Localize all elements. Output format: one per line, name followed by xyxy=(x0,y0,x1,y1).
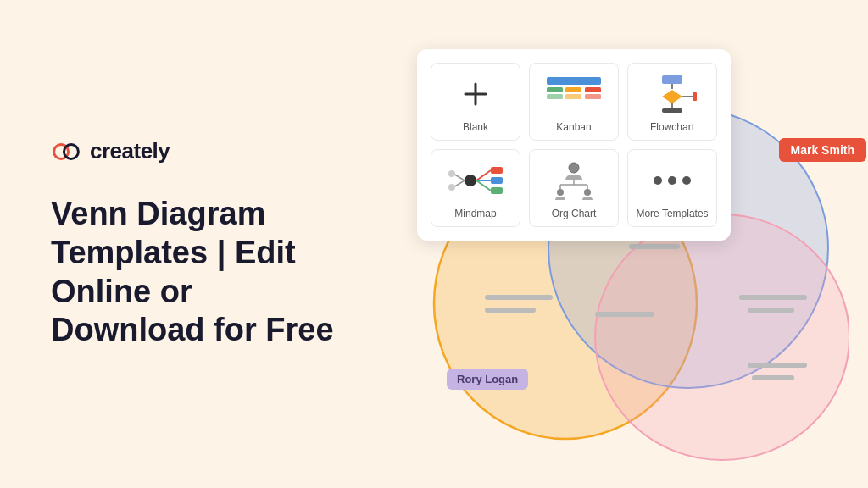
svg-point-41 xyxy=(595,214,849,460)
svg-rect-45 xyxy=(739,295,807,300)
kanban-label: Kanban xyxy=(556,121,591,133)
svg-point-37 xyxy=(668,176,676,185)
svg-rect-11 xyxy=(662,75,682,84)
svg-rect-5 xyxy=(547,87,563,92)
blank-label: Blank xyxy=(463,121,488,133)
flowchart-icon-area xyxy=(643,74,702,114)
more-label: More Templates xyxy=(636,208,708,219)
right-panel: Blank xyxy=(390,0,868,488)
svg-rect-9 xyxy=(585,87,601,92)
svg-rect-10 xyxy=(585,94,601,99)
orgchart-icon xyxy=(547,161,601,200)
more-icon-area xyxy=(643,160,702,201)
svg-line-21 xyxy=(476,180,491,191)
logo: creately xyxy=(51,138,339,164)
more-icon xyxy=(651,172,693,189)
template-panel: Blank xyxy=(417,49,731,241)
template-orgchart[interactable]: Org Chart xyxy=(529,149,619,227)
svg-marker-13 xyxy=(662,90,682,103)
svg-rect-48 xyxy=(752,375,794,380)
svg-point-1 xyxy=(64,144,78,158)
svg-line-26 xyxy=(453,180,465,187)
svg-rect-23 xyxy=(491,177,503,184)
svg-point-28 xyxy=(448,184,455,191)
kanban-icon-area xyxy=(544,74,604,114)
mindmap-label: Mindmap xyxy=(454,208,496,219)
svg-point-18 xyxy=(465,175,476,186)
mindmap-icon-area xyxy=(446,160,505,201)
svg-point-33 xyxy=(557,189,564,196)
template-blank[interactable]: Blank xyxy=(431,63,520,141)
svg-rect-6 xyxy=(547,94,563,99)
rory-logan-badge: Rory Logan xyxy=(447,369,528,390)
logo-icon xyxy=(51,142,81,161)
diagram-container: Blank xyxy=(400,32,858,473)
kanban-icon xyxy=(545,75,603,113)
svg-rect-44 xyxy=(595,312,654,317)
orgchart-label: Org Chart xyxy=(552,208,597,219)
svg-rect-42 xyxy=(485,295,553,300)
blank-icon-area xyxy=(446,74,505,114)
left-panel: creately Venn Diagram Templates | Edit O… xyxy=(0,96,390,391)
svg-rect-17 xyxy=(693,92,697,101)
svg-line-25 xyxy=(453,174,465,180)
svg-rect-7 xyxy=(565,87,581,92)
template-mindmap[interactable]: Mindmap xyxy=(431,149,520,227)
svg-point-35 xyxy=(584,189,591,196)
svg-rect-46 xyxy=(748,308,794,313)
svg-rect-8 xyxy=(565,94,581,99)
svg-rect-24 xyxy=(491,187,503,194)
mindmap-icon xyxy=(447,162,504,199)
svg-point-29 xyxy=(569,163,579,173)
flowchart-icon xyxy=(647,75,698,114)
page-headline: Venn Diagram Templates | Edit Online or … xyxy=(51,195,339,349)
svg-rect-22 xyxy=(491,167,503,174)
svg-line-19 xyxy=(476,170,491,180)
template-flowchart[interactable]: Flowchart xyxy=(627,63,717,141)
template-kanban[interactable]: Kanban xyxy=(529,63,619,141)
brand-name: creately xyxy=(90,138,170,164)
svg-rect-4 xyxy=(547,77,601,85)
template-more[interactable]: More Templates xyxy=(627,149,717,227)
orgchart-icon-area xyxy=(544,160,604,201)
svg-point-36 xyxy=(654,176,662,185)
svg-rect-43 xyxy=(485,308,536,313)
svg-point-27 xyxy=(448,170,455,177)
svg-point-38 xyxy=(682,176,691,185)
template-grid: Blank xyxy=(431,63,717,227)
svg-rect-15 xyxy=(662,108,682,113)
mark-smith-badge: Mark Smith xyxy=(779,138,866,162)
svg-rect-47 xyxy=(748,363,807,368)
blank-icon xyxy=(460,79,491,109)
svg-rect-50 xyxy=(629,244,680,249)
flowchart-label: Flowchart xyxy=(650,121,694,133)
